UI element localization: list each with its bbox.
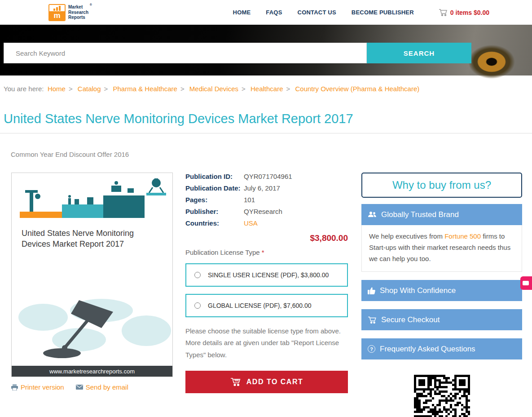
global-license-label: GLOBAL LICENSE (PDF), $7,600.00 xyxy=(208,302,312,309)
license-type-label: Publication License Type * xyxy=(185,248,348,256)
product-links: Printer version Send by email xyxy=(11,383,173,391)
cover-illustration xyxy=(12,173,172,222)
single-user-radio[interactable] xyxy=(194,272,201,278)
printer-icon xyxy=(11,384,18,390)
required-asterisk: * xyxy=(262,248,264,256)
nav-become-publisher[interactable]: BECOME PUBLISHER xyxy=(352,9,414,16)
send-by-email-link[interactable]: Send by email xyxy=(76,383,128,391)
cover-map-lamp xyxy=(12,290,172,366)
field-label: Publication Date: xyxy=(185,184,244,192)
main-nav: HOME FAQS CONTACT US BECOME PUBLISHER xyxy=(233,9,414,16)
breadcrumb: You are here: Home> Catalog> Pharma & He… xyxy=(4,85,532,93)
breadcrumb-separator: > xyxy=(104,85,108,93)
breadcrumb-medical-devices[interactable]: Medical Devices xyxy=(189,85,238,93)
question-icon: ? xyxy=(368,345,375,353)
breadcrumb-country-overview[interactable]: Country Overview (Pharma & Healthcare) xyxy=(295,85,419,93)
field-label: Pages: xyxy=(185,196,244,204)
publication-date-value: July 6, 2017 xyxy=(244,184,348,192)
product-cover-image: United States Nerve Monitoring Devices M… xyxy=(11,173,173,377)
nav-faqs[interactable]: FAQS xyxy=(266,9,282,16)
logo-text: ® Market Research Reports xyxy=(68,4,92,20)
why-buy-heading: Why to buy from us? xyxy=(361,173,522,198)
breadcrumb-prefix: You are here: xyxy=(4,85,44,93)
trusted-text-pre: We help executives from xyxy=(369,232,444,240)
banner-label: Globally Trusted Brand xyxy=(381,210,459,219)
header-cart[interactable]: 0 items $0.00 xyxy=(439,9,489,16)
license-option-single-user[interactable]: SINGLE USER LICENSE (PDF), $3,800.00 xyxy=(185,263,348,287)
qr-code-wrap xyxy=(361,375,522,417)
cart-icon xyxy=(368,316,377,324)
banner-faq: ? Frequently Asked Questions xyxy=(361,338,522,359)
site-logo[interactable]: m ® Market Research Reports xyxy=(48,4,92,21)
search-button[interactable]: SEARCH xyxy=(367,43,471,63)
content-area: United States Nerve Monitoring Devices M… xyxy=(0,173,532,417)
logo-mark-icon: m xyxy=(48,4,66,21)
trusted-text: We help executives from Fortune 500 firm… xyxy=(361,225,522,272)
field-label: Publisher: xyxy=(185,208,244,215)
nav-home[interactable]: HOME xyxy=(233,9,251,16)
breadcrumb-catalog[interactable]: Catalog xyxy=(78,85,101,93)
hero-banner: SEARCH xyxy=(0,25,532,75)
banner-globally-trusted: Globally Trusted Brand xyxy=(361,204,522,225)
pages-value: 101 xyxy=(244,196,348,204)
banner-label: Shop With Confidence xyxy=(380,286,456,295)
countries-value[interactable]: USA xyxy=(244,219,348,227)
banner-label: Frequently Asked Questions xyxy=(380,345,475,354)
publication-fields: Publication ID: QYR071704961 Publication… xyxy=(185,173,348,227)
nav-contact-us[interactable]: CONTACT US xyxy=(298,9,336,16)
thumbs-up-icon xyxy=(368,287,375,294)
field-label: Countries: xyxy=(185,219,244,227)
publication-id-value: QYR071704961 xyxy=(244,173,348,180)
add-to-cart-button[interactable]: ADD TO CART xyxy=(185,371,348,393)
field-label: Publication ID: xyxy=(185,173,244,180)
live-chat-tab[interactable] xyxy=(520,276,532,290)
search-input[interactable] xyxy=(4,43,367,63)
chat-bubble-icon xyxy=(523,281,529,285)
publisher-value: QYResearch xyxy=(244,208,348,215)
banner-label: Secure Checkout xyxy=(381,315,440,324)
breadcrumb-healthcare[interactable]: Healthcare xyxy=(251,85,283,93)
fortune-500-highlight: Fortune 500 xyxy=(444,232,481,240)
add-to-cart-label: ADD TO CART xyxy=(246,378,303,386)
breadcrumb-separator: > xyxy=(69,85,73,93)
breadcrumb-separator: > xyxy=(242,85,246,93)
cover-footer-url: www.marketresearchreports.com xyxy=(12,366,172,377)
top-bar: m ® Market Research Reports HOME FAQS CO… xyxy=(0,0,532,25)
qr-code xyxy=(414,375,470,417)
printer-version-link[interactable]: Printer version xyxy=(11,383,64,391)
single-user-label: SINGLE USER LICENSE (PDF), $3,800.00 xyxy=(208,271,329,279)
banner-secure-checkout: Secure Checkout xyxy=(361,309,522,330)
breadcrumb-pharma-healthcare[interactable]: Pharma & Healthcare xyxy=(113,85,177,93)
breadcrumb-home[interactable]: Home xyxy=(48,85,66,93)
email-icon xyxy=(76,385,83,390)
search-form: SEARCH xyxy=(4,43,471,63)
page-subtitle: Common Year End Discount Offer 2016 xyxy=(11,151,532,158)
cart-label: 0 items $0.00 xyxy=(450,9,489,16)
product-image-column: United States Nerve Monitoring Devices M… xyxy=(11,173,173,391)
users-icon xyxy=(368,211,377,218)
title-divider xyxy=(0,133,532,133)
price: $3,800.00 xyxy=(185,233,348,243)
cart-icon xyxy=(230,377,241,386)
send-by-email-label: Send by email xyxy=(86,383,128,391)
license-option-global[interactable]: GLOBAL LICENSE (PDF), $7,600.00 xyxy=(185,294,348,317)
cover-title: United States Nerve Monitoring Devices M… xyxy=(12,222,172,250)
cart-icon xyxy=(439,9,448,16)
printer-version-label: Printer version xyxy=(21,383,64,391)
global-license-radio[interactable] xyxy=(194,302,201,309)
breadcrumb-separator: > xyxy=(180,85,185,93)
breadcrumb-separator: > xyxy=(286,85,290,93)
product-details-column: Publication ID: QYR071704961 Publication… xyxy=(185,173,348,393)
banner-shop-with-confidence: Shop With Confidence xyxy=(361,280,522,301)
page-title: United States Nerve Monitoring Devices M… xyxy=(4,111,532,126)
license-note: Please choose the suitable license type … xyxy=(185,325,348,361)
why-buy-sidebar: Why to buy from us? Globally Trusted Bra… xyxy=(361,173,522,417)
